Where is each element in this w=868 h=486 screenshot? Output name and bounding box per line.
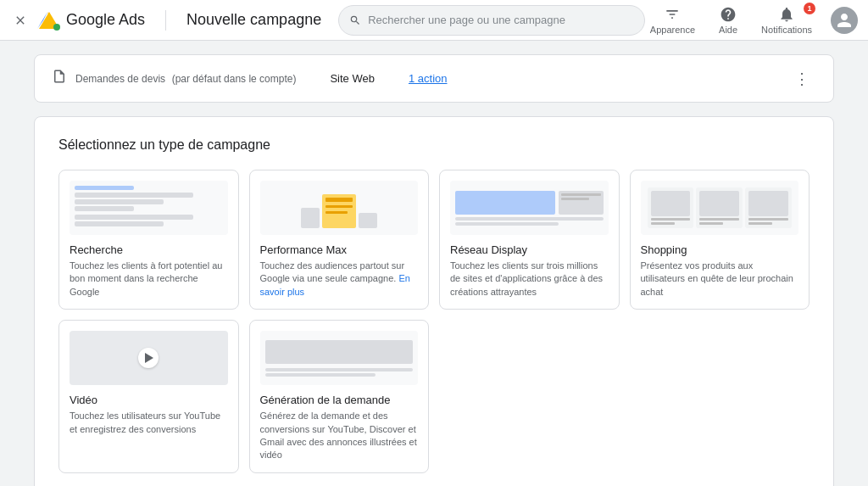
card-desc-shopping: Présentez vos produits aux utilisateurs …: [641, 260, 799, 299]
conversion-box: Demandes de devis (par défaut dans le co…: [34, 54, 834, 103]
more-options-button[interactable]: ⋮: [787, 67, 816, 91]
help-button[interactable]: Aide: [714, 3, 743, 38]
notifications-label: Notifications: [761, 25, 812, 35]
card-desc-performance-max: Touchez des audiences partout sur Google…: [260, 260, 419, 299]
card-thumbnail-performance-max: [260, 181, 419, 235]
nav-right: Apparence Aide Notifications 1: [645, 3, 858, 38]
card-name-recherche: Recherche: [70, 243, 228, 256]
app-name-label: Google Ads: [66, 11, 145, 29]
campaign-type-box: Sélectionnez un type de campagne Recherc…: [34, 116, 834, 486]
play-triangle-icon: [145, 353, 153, 363]
google-ads-logo: Google Ads: [37, 8, 145, 32]
campaign-card-reseau-display[interactable]: Réseau Display Touchez les clients sur t…: [439, 170, 620, 310]
campaign-card-performance-max[interactable]: Performance Max Touchez des audiences pa…: [249, 170, 430, 310]
empty-slot-2: [630, 320, 810, 473]
conversion-action[interactable]: 1 action: [409, 72, 448, 85]
notification-badge: 1: [804, 3, 815, 14]
google-ads-logo-icon: [37, 8, 61, 32]
main-content: Demandes de devis (par défaut dans le co…: [0, 41, 868, 486]
conversion-left: Demandes de devis (par défaut dans le co…: [52, 69, 296, 88]
card-name-video: Vidéo: [70, 394, 228, 406]
document-icon: [52, 69, 67, 88]
appearance-label: Apparence: [650, 25, 695, 35]
nav-left: Google Ads Nouvelle campagne: [10, 8, 321, 32]
search-input[interactable]: [368, 14, 634, 26]
conversion-right: ⋮: [787, 70, 816, 88]
card-desc-reseau-display: Touchez les clients sur trois millions d…: [450, 260, 609, 299]
play-button-icon: [138, 348, 159, 368]
card-thumbnail-reseau-display: [450, 181, 609, 235]
card-thumbnail-video: [70, 331, 228, 385]
conversion-label: Demandes de devis (par défaut dans le co…: [75, 72, 296, 85]
conversion-info: Demandes de devis (par défaut dans le co…: [75, 72, 296, 85]
search-icon: [349, 14, 361, 26]
campaign-card-shopping[interactable]: Shopping Présentez vos produits aux util…: [630, 170, 810, 310]
card-thumbnail-shopping: [641, 181, 799, 235]
svg-point-4: [53, 24, 60, 31]
card-thumbnail-recherche: [70, 181, 228, 235]
empty-slot-1: [439, 320, 620, 473]
close-button[interactable]: [10, 10, 31, 31]
card-name-shopping: Shopping: [641, 243, 799, 256]
campaign-card-grid-row2: Vidéo Touchez les utilisateurs sur YouTu…: [58, 320, 810, 473]
campaign-card-recherche[interactable]: Recherche Touchez les clients à fort pot…: [58, 170, 239, 310]
notifications-button[interactable]: Notifications 1: [756, 3, 817, 38]
conversion-site: Site Web: [330, 72, 375, 85]
user-avatar[interactable]: [831, 7, 858, 34]
card-thumbnail-generation-demande: [260, 331, 419, 385]
card-desc-generation-demande: Générez de la demande et des conversions…: [260, 410, 419, 462]
appearance-icon: [664, 6, 681, 23]
search-bar[interactable]: [338, 5, 645, 36]
campaign-card-grid-row1: Recherche Touchez les clients à fort pot…: [58, 170, 810, 310]
campaign-card-video[interactable]: Vidéo Touchez les utilisateurs sur YouTu…: [58, 320, 239, 473]
conversion-middle: Site Web 1 action: [330, 72, 447, 85]
card-desc-video: Touchez les utilisateurs sur YouTube et …: [70, 410, 228, 436]
card-desc-recherche: Touchez les clients à fort potentiel au …: [70, 260, 228, 299]
page-title: Nouvelle campagne: [186, 11, 321, 29]
card-name-performance-max: Performance Max: [260, 243, 419, 256]
avatar-icon: [836, 12, 853, 29]
help-label: Aide: [719, 25, 737, 35]
campaign-card-generation-demande[interactable]: Génération de la demande Générez de la d…: [249, 320, 430, 473]
help-icon: [720, 6, 737, 23]
card-name-reseau-display: Réseau Display: [450, 243, 609, 256]
appearance-button[interactable]: Apparence: [645, 3, 700, 38]
section-title: Sélectionnez un type de campagne: [58, 137, 810, 153]
top-navigation: Google Ads Nouvelle campagne Apparence A…: [0, 0, 868, 41]
nav-divider: [165, 10, 166, 31]
notifications-icon: [778, 6, 795, 23]
card-name-generation-demande: Génération de la demande: [260, 394, 419, 406]
